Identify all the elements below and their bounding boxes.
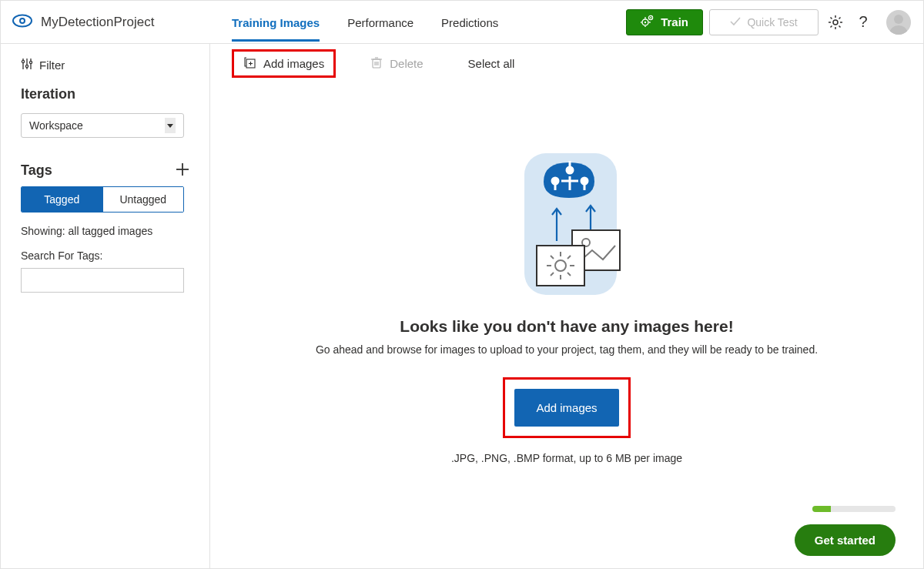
delete-toolbar-button: Delete — [362, 52, 432, 75]
svg-point-15 — [25, 65, 28, 67]
filter-toggle[interactable]: Filter — [21, 58, 189, 72]
svg-point-11 — [894, 15, 903, 24]
svg-point-3 — [644, 22, 646, 23]
add-images-toolbar-label: Add images — [263, 57, 324, 70]
sliders-icon — [21, 58, 33, 72]
tab-performance[interactable]: Performance — [347, 2, 413, 42]
svg-point-17 — [29, 61, 32, 63]
project-title: MyDetectionProject — [41, 15, 154, 30]
svg-point-0 — [13, 15, 32, 27]
tab-predictions[interactable]: Predictions — [441, 2, 498, 42]
svg-point-9 — [650, 17, 651, 18]
format-hint: .JPG, .PNG, .BMP format, up to 6 MB per … — [451, 452, 682, 464]
filter-sidebar: Filter Iteration Workspace Tags Tagged U… — [1, 44, 210, 568]
help-icon[interactable]: ? — [852, 13, 874, 31]
caret-down-icon — [165, 118, 176, 133]
get-started-button[interactable]: Get started — [795, 524, 896, 556]
add-images-toolbar-button[interactable]: Add images — [232, 49, 336, 78]
select-all-label: Select all — [468, 57, 515, 70]
empty-subtitle: Go ahead and browse for images to upload… — [316, 343, 818, 356]
search-tags-label: Search For Tags: — [21, 249, 189, 262]
add-images-highlight: Add images — [503, 377, 630, 438]
user-avatar[interactable] — [886, 10, 911, 35]
onboarding-progress — [812, 506, 896, 512]
iteration-selected-value: Workspace — [29, 119, 83, 132]
svg-rect-37 — [537, 246, 584, 286]
get-started-panel: Get started — [795, 506, 896, 556]
check-icon — [730, 16, 741, 28]
gears-icon — [641, 15, 654, 29]
add-images-main-button[interactable]: Add images — [514, 389, 618, 427]
filter-label: Filter — [39, 59, 65, 72]
tags-heading: Tags — [21, 162, 52, 179]
top-header: MyDetectionProject Training Images Perfo… — [1, 1, 923, 44]
delete-toolbar-label: Delete — [390, 57, 423, 70]
brand-area: MyDetectionProject — [10, 13, 226, 31]
empty-illustration-icon — [494, 147, 640, 303]
iteration-heading: Iteration — [21, 86, 189, 102]
vision-eye-icon — [12, 13, 33, 31]
svg-point-13 — [22, 60, 24, 62]
tab-training-images[interactable]: Training Images — [232, 2, 320, 42]
tag-filter-segmented: Tagged Untagged — [21, 186, 184, 213]
train-button[interactable]: Train — [626, 9, 703, 35]
search-tags-input[interactable] — [21, 268, 184, 293]
body: Filter Iteration Workspace Tags Tagged U… — [1, 44, 923, 568]
showing-status: Showing: all tagged images — [21, 225, 189, 237]
settings-gear-icon[interactable] — [825, 15, 846, 30]
empty-title: Looks like you don't have any images her… — [400, 317, 733, 336]
untagged-segment[interactable]: Untagged — [102, 187, 184, 212]
empty-state: Looks like you don't have any images her… — [210, 82, 923, 568]
add-tag-icon[interactable] — [176, 162, 189, 179]
add-images-plus-icon — [243, 56, 256, 71]
quick-test-label: Quick Test — [747, 16, 797, 28]
tagged-segment[interactable]: Tagged — [22, 187, 102, 212]
svg-point-1 — [20, 18, 25, 23]
iteration-select[interactable]: Workspace — [21, 113, 184, 138]
main-area: Add images Delete Select all — [210, 44, 923, 568]
content-toolbar: Add images Delete Select all — [210, 44, 923, 82]
train-button-label: Train — [661, 15, 688, 28]
nav-tabs: Training Images Performance Predictions — [232, 2, 498, 42]
quick-test-button: Quick Test — [709, 9, 819, 35]
svg-point-10 — [833, 20, 838, 25]
trash-icon — [371, 56, 382, 71]
select-all-toolbar-button[interactable]: Select all — [459, 52, 524, 75]
